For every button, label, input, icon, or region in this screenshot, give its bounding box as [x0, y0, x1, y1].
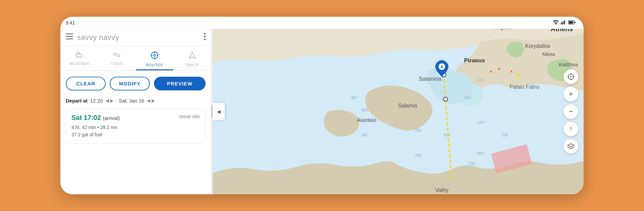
tab-routes-label: ROUTES [146, 63, 163, 67]
svg-text:341: 341 [361, 133, 368, 137]
tab-weather-label: WEATHER [69, 62, 89, 66]
layers-button[interactable] [564, 139, 578, 154]
svg-rect-16 [76, 54, 83, 57]
more-icon[interactable] [204, 33, 206, 42]
svg-text:Kallithea: Kallithea [559, 62, 578, 67]
svg-text:289: 289 [464, 95, 471, 100]
svg-point-11 [204, 36, 206, 38]
depart-row: Depart at 12:20 ◀ ▶ Sat, Jan 16 ◀ ▶ [60, 96, 211, 109]
svg-text:308: 308 [415, 153, 422, 158]
arrival-time: Sat 17:02 [71, 114, 103, 121]
svg-point-61 [570, 76, 572, 77]
depart-date: Sat, Jan 16 [119, 98, 144, 103]
svg-point-12 [204, 39, 206, 40]
trip-details: 4 hr, 42 min • 28.2 nm 37.2 gal of fuel [71, 124, 200, 139]
track-icon [188, 51, 197, 62]
main-content: savvy navvy WEATHER [60, 29, 584, 194]
svg-text:★: ★ [516, 71, 521, 78]
signal-icon [561, 20, 566, 26]
svg-point-10 [204, 33, 206, 34]
svg-text:269: 269 [476, 151, 483, 156]
arrival-time-block: Sat 17:02 (arrival) [71, 114, 120, 122]
map-background: A Megara Athens Korydallos Nikea Kallith… [213, 29, 584, 194]
svg-point-29 [443, 97, 447, 101]
clear-button[interactable]: CLEAR [66, 77, 106, 90]
svg-text:Athens: Athens [551, 29, 573, 32]
tab-tides-label: TIDES [111, 62, 123, 66]
map-container: A Megara Athens Korydallos Nikea Kallith… [213, 29, 584, 194]
arrival-label: (arrival) [103, 115, 120, 121]
compass-button[interactable] [564, 122, 578, 136]
tab-track[interactable]: TRACK [173, 49, 211, 70]
svg-text:▲: ▲ [497, 66, 501, 71]
left-panel: savvy navvy WEATHER [60, 29, 211, 194]
time-nav[interactable]: ◀ ▶ [106, 98, 114, 103]
map-controls: + − [564, 69, 578, 154]
tab-track-label: TRACK [185, 63, 199, 67]
trip-duration: 4 hr, 42 min • 28.2 nm [71, 124, 200, 131]
svg-text:Piraeus: Piraeus [464, 57, 485, 64]
minus-icon: − [569, 107, 573, 116]
action-buttons: CLEAR MODIFY PREVIEW [60, 71, 211, 96]
svg-line-14 [77, 53, 78, 54]
tab-bar: WEATHER TIDES ROUTES [60, 46, 211, 71]
svg-text:A: A [440, 64, 443, 69]
svg-point-21 [154, 54, 156, 56]
plus-icon: + [569, 90, 573, 98]
svg-text:▲: ▲ [489, 69, 493, 73]
arrival-card: Sat 17:02 (arrival) Weak tide 4 hr, 42 m… [66, 109, 206, 144]
svg-text:131: 131 [476, 77, 483, 82]
arrival-day: Sat [71, 114, 82, 121]
arrival-clock: 17:02 [84, 114, 101, 121]
depart-label: Depart at [66, 98, 88, 103]
svg-rect-7 [66, 33, 73, 34]
tide-info: Weak tide [179, 114, 200, 119]
svg-text:Salamina: Salamina [419, 76, 441, 82]
svg-line-17 [77, 57, 77, 58]
hamburger-icon[interactable] [66, 33, 73, 41]
distance: 28.2 nm [100, 125, 117, 130]
svg-text:Korydallos: Korydallos [525, 43, 550, 49]
locate-button[interactable] [564, 69, 578, 84]
svg-text:387: 387 [351, 95, 358, 100]
tab-tides[interactable]: TIDES [98, 49, 136, 70]
tab-routes[interactable]: ROUTES [136, 49, 173, 70]
app-header: savvy navvy [60, 29, 211, 46]
svg-rect-6 [575, 22, 576, 23]
collapse-icon: ◀ [217, 109, 221, 114]
zoom-out-button[interactable]: − [564, 104, 578, 119]
svg-text:295: 295 [415, 128, 422, 133]
zoom-in-button[interactable]: + [564, 87, 578, 101]
svg-text:239: 239 [468, 161, 475, 166]
svg-line-18 [79, 57, 79, 58]
svg-text:Megara: Megara [493, 29, 511, 30]
duration: 4 hr, 42 min [71, 125, 96, 130]
svg-rect-9 [66, 39, 73, 40]
routes-icon [150, 51, 159, 62]
svg-text:Salamis: Salamis [398, 103, 417, 109]
modify-button[interactable]: MODIFY [110, 77, 150, 90]
map-toggle-button[interactable]: ◀ [213, 103, 225, 120]
svg-line-19 [81, 57, 81, 58]
preview-button[interactable]: PREVIEW [154, 77, 206, 90]
svg-rect-1 [562, 21, 564, 24]
svg-rect-5 [569, 21, 573, 24]
svg-text:312: 312 [443, 133, 450, 137]
svg-text:364: 364 [361, 108, 368, 113]
arrival-header: Sat 17:02 (arrival) Weak tide [71, 114, 200, 122]
wifi-icon [553, 20, 559, 26]
tab-weather[interactable]: WEATHER [60, 49, 98, 70]
weather-icon [75, 51, 84, 60]
date-nav[interactable]: ◀ ▶ [147, 98, 155, 103]
svg-rect-2 [564, 20, 565, 24]
tablet-frame: 9:41 savvy navvy [60, 17, 584, 194]
svg-rect-8 [66, 36, 73, 37]
tides-icon [112, 51, 121, 60]
svg-text:Nikea: Nikea [542, 52, 555, 57]
fuel-info: 37.2 gal of fuel [71, 131, 200, 138]
svg-text:Vathy: Vathy [435, 187, 449, 193]
dot: • [97, 125, 99, 130]
svg-text:Palaio Faliro: Palaio Faliro [509, 84, 539, 90]
svg-text:-197: -197 [476, 120, 485, 125]
status-time: 9:41 [66, 20, 126, 25]
